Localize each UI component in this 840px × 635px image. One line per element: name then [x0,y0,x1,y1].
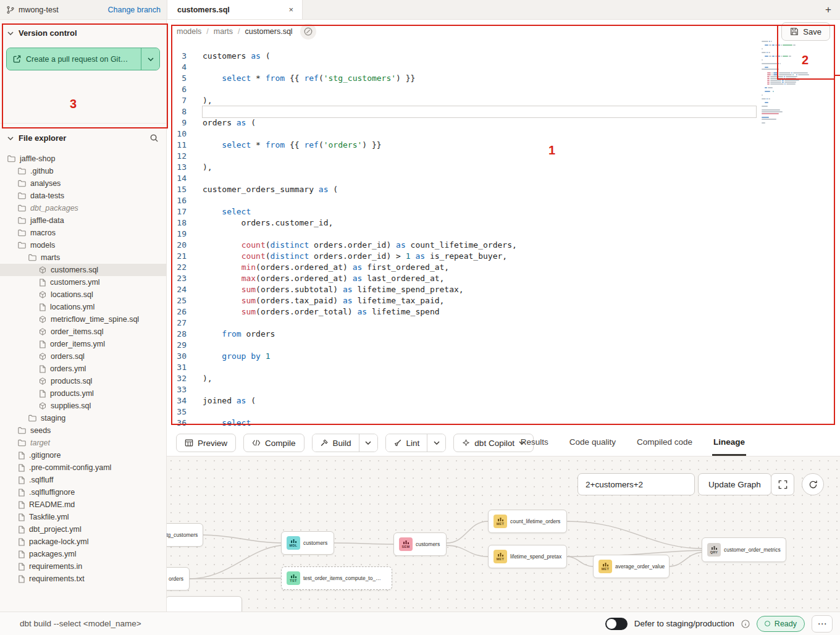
change-branch-link[interactable]: Change branch [108,6,161,14]
code-line-14[interactable] [203,173,840,184]
lineage-node-orders[interactable]: MDL orders [167,567,190,591]
tab-code-quality[interactable]: Code quality [568,430,617,456]
code-line-29[interactable] [203,340,840,351]
code-line-13[interactable]: ), [203,162,840,173]
tree-item-models[interactable]: models [0,239,166,251]
update-graph-button[interactable]: Update Graph [698,473,771,495]
tree-item-products.yml[interactable]: products.yml [0,387,166,400]
code-line-3[interactable]: customers as ( [203,51,840,62]
code-line-12[interactable] [203,151,840,162]
lineage-node-count-lifetime-orders[interactable]: MET count_lifetime_orders [488,510,567,533]
tree-item-package-lock.yml[interactable]: package-lock.yml [0,536,166,548]
code-line-21[interactable]: count(distinct orders.order_id) > 1 as i… [203,251,840,262]
lineage-node-lifetime-spend-pretax[interactable]: MET lifetime_spend_pretax [488,545,567,568]
minimap[interactable] [762,41,812,127]
code-editor[interactable]: 3456789101112131415161718192021222324252… [167,43,840,430]
save-button[interactable]: Save [781,22,830,41]
code-line-19[interactable] [203,229,840,240]
lineage-node-test-order-items[interactable]: TST test_order_items_compute_to_bools... [281,566,392,590]
tree-item-target[interactable]: target [0,437,166,449]
code-line-34[interactable]: joined as ( [203,395,840,406]
tree-item-orders.yml[interactable]: orders.yml [0,363,166,375]
tree-item-customers.sql[interactable]: customers.sql [0,264,166,276]
code-line-16[interactable] [203,195,840,206]
lineage-node-partial[interactable] [167,596,242,612]
tab-results[interactable]: Results [519,430,550,456]
tree-item-jaffle-shop[interactable]: jaffle-shop [0,153,166,165]
tree-item-.github[interactable]: .github [0,165,166,177]
code-line-5[interactable]: select * from {{ ref('stg_customers') }} [203,73,840,84]
file-explorer-header[interactable]: File explorer [0,124,166,149]
refresh-icon[interactable] [802,473,824,495]
tree-item-locations.sql[interactable]: locations.sql [0,288,166,301]
lint-button[interactable]: Lint [386,434,427,452]
tree-item-.sqlfluffignore[interactable]: .sqlfluffignore [0,486,166,498]
code-line-36[interactable]: select [203,418,840,429]
tree-item-order_items.sql[interactable]: order_items.sql [0,326,166,338]
code-line-10[interactable] [203,128,840,140]
lineage-node-stg-customers[interactable]: MDL stg_customers [167,523,203,547]
defer-toggle[interactable] [605,618,628,630]
new-tab-button[interactable]: + [825,4,831,15]
tree-item-seeds[interactable]: seeds [0,424,166,437]
code-line-18[interactable]: orders.customer_id, [203,217,840,229]
status-badge[interactable]: Ready [757,616,805,632]
tree-item-requirements.in[interactable]: requirements.in [0,560,166,573]
tree-item-products.sql[interactable]: products.sql [0,375,166,387]
tree-item-jaffle-data[interactable]: jaffle-data [0,214,166,227]
tree-item-marts[interactable]: marts [0,251,166,264]
fullscreen-icon[interactable] [771,473,794,495]
lineage-panel[interactable]: MDL stg_customers MDL orders MDL custome… [167,456,840,612]
tab-close-icon[interactable]: × [287,5,295,14]
tree-item-Taskfile.yml[interactable]: Taskfile.yml [0,511,166,523]
tree-item-customers.yml[interactable]: customers.yml [0,276,166,288]
tree-item-staging[interactable]: staging [0,412,166,424]
tab-lineage[interactable]: Lineage [712,430,746,456]
code-line-8[interactable] [203,106,756,117]
tree-item-packages.yml[interactable]: packages.yml [0,548,166,560]
lineage-selector-input[interactable] [578,473,695,495]
tree-item-dbt_project.yml[interactable]: dbt_project.yml [0,523,166,536]
code-line-30[interactable]: group by 1 [203,351,840,362]
code-line-17[interactable]: select [203,206,840,217]
breadcrumb-models[interactable]: models [177,27,201,36]
preview-button[interactable]: Preview [176,434,236,452]
code-line-31[interactable] [203,362,840,373]
compile-button[interactable]: Compile [243,434,304,452]
tree-item-.pre-commit-config.yaml[interactable]: .pre-commit-config.yaml [0,461,166,474]
code-line-7[interactable]: ), [203,95,840,106]
code-line-33[interactable] [203,384,840,395]
lint-dropdown-button[interactable] [427,434,445,452]
tree-item-macros[interactable]: macros [0,227,166,239]
build-dropdown-button[interactable] [359,434,377,452]
code-line-11[interactable]: select * from {{ ref('orders') }} [203,140,840,151]
tree-item-orders.sql[interactable]: orders.sql [0,350,166,363]
version-control-header[interactable]: Version control [0,20,166,43]
code-line-15[interactable]: customer_orders_summary as ( [203,184,840,195]
tree-item-.sqlfluff[interactable]: .sqlfluff [0,474,166,486]
lineage-node-customers-model[interactable]: MDL customers [281,531,334,555]
build-button[interactable]: Build [313,434,359,452]
code-line-20[interactable]: count(distinct orders.order_id) as count… [203,240,840,251]
lineage-node-customer-order-metrics[interactable]: QRY customer_order_metrics [702,537,786,562]
tab-compiled-code[interactable]: Compiled code [636,430,694,456]
tree-item-dbt_packages[interactable]: dbt_packages [0,202,166,214]
tree-item-analyses[interactable]: analyses [0,177,166,190]
create-pr-button[interactable]: Create a pull request on Git… [7,48,141,70]
create-pr-dropdown-button[interactable] [141,48,159,70]
code-line-4[interactable] [203,62,840,73]
code-line-22[interactable]: min(orders.ordered_at) as first_ordered_… [203,262,840,273]
code-line-24[interactable]: sum(orders.subtotal) as lifetime_spend_p… [203,284,840,295]
code-line-26[interactable]: sum(orders.order_total) as lifetime_spen… [203,306,840,318]
code-line-23[interactable]: max(orders.ordered_at) as last_ordered_a… [203,273,840,284]
file-status-icon[interactable] [300,23,316,40]
tree-item-requirements.txt[interactable]: requirements.txt [0,573,166,585]
lineage-node-average-order-value[interactable]: MET average_order_value [593,555,670,578]
search-icon[interactable] [149,133,159,143]
tree-item-supplies.sql[interactable]: supplies.sql [0,400,166,412]
code-line-9[interactable]: orders as ( [203,117,840,128]
tree-item-locations.yml[interactable]: locations.yml [0,301,166,313]
code-line-6[interactable] [203,84,840,95]
code-line-25[interactable]: sum(orders.tax_paid) as lifetime_tax_pai… [203,295,840,306]
more-options-button[interactable]: ⋯ [812,615,833,633]
